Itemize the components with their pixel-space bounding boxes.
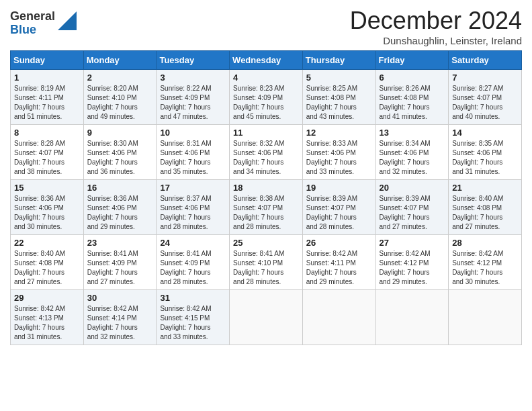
cell-info: Sunrise: 8:22 AM Sunset: 4:09 PM Dayligh… <box>160 84 226 122</box>
day-number: 2 <box>87 73 153 83</box>
calendar-cell: 27Sunrise: 8:42 AM Sunset: 4:12 PM Dayli… <box>375 235 449 290</box>
week-row-2: 15Sunrise: 8:36 AM Sunset: 4:06 PM Dayli… <box>11 180 522 235</box>
day-number: 6 <box>380 73 445 83</box>
cell-info: Sunrise: 8:42 AM Sunset: 4:12 PM Dayligh… <box>452 249 518 287</box>
cell-info: Sunrise: 8:37 AM Sunset: 4:06 PM Dayligh… <box>160 194 226 232</box>
day-number: 22 <box>14 238 80 248</box>
cell-info: Sunrise: 8:40 AM Sunset: 4:08 PM Dayligh… <box>14 249 80 287</box>
calendar-cell: 1Sunrise: 8:19 AM Sunset: 4:11 PM Daylig… <box>11 70 84 125</box>
cell-info: Sunrise: 8:42 AM Sunset: 4:13 PM Dayligh… <box>14 304 80 342</box>
month-title: December 2024 <box>350 7 522 35</box>
calendar-cell: 30Sunrise: 8:42 AM Sunset: 4:14 PM Dayli… <box>83 290 157 345</box>
cell-info: Sunrise: 8:23 AM Sunset: 4:09 PM Dayligh… <box>233 84 299 122</box>
cell-info: Sunrise: 8:35 AM Sunset: 4:06 PM Dayligh… <box>452 139 518 177</box>
day-number: 4 <box>233 73 299 83</box>
day-number: 1 <box>14 73 80 83</box>
logo-general: General <box>10 10 55 24</box>
title-block: December 2024 Dunshaughlin, Leinster, Ir… <box>350 7 522 46</box>
calendar-cell: 25Sunrise: 8:41 AM Sunset: 4:10 PM Dayli… <box>230 235 303 290</box>
day-number: 7 <box>452 73 518 83</box>
day-number: 18 <box>233 183 299 193</box>
cell-info: Sunrise: 8:41 AM Sunset: 4:09 PM Dayligh… <box>160 249 226 287</box>
day-number: 10 <box>160 128 226 138</box>
week-row-4: 29Sunrise: 8:42 AM Sunset: 4:13 PM Dayli… <box>11 290 522 345</box>
calendar-header: SundayMondayTuesdayWednesdayThursdayFrid… <box>11 51 522 70</box>
page-header: General Blue December 2024 Dunshaughlin,… <box>10 7 522 46</box>
day-number: 19 <box>306 183 372 193</box>
logo-blue: Blue <box>10 24 55 37</box>
day-number: 11 <box>233 128 299 138</box>
cell-info: Sunrise: 8:42 AM Sunset: 4:15 PM Dayligh… <box>160 304 226 342</box>
day-number: 12 <box>306 128 372 138</box>
day-number: 31 <box>160 293 226 303</box>
cell-info: Sunrise: 8:42 AM Sunset: 4:14 PM Dayligh… <box>87 304 153 342</box>
day-number: 24 <box>160 238 226 248</box>
logo: General Blue <box>10 10 77 37</box>
calendar-cell: 6Sunrise: 8:26 AM Sunset: 4:08 PM Daylig… <box>375 70 449 125</box>
calendar-cell: 7Sunrise: 8:27 AM Sunset: 4:07 PM Daylig… <box>449 70 522 125</box>
calendar-cell: 29Sunrise: 8:42 AM Sunset: 4:13 PM Dayli… <box>11 290 84 345</box>
calendar-cell: 15Sunrise: 8:36 AM Sunset: 4:06 PM Dayli… <box>11 180 84 235</box>
calendar-cell: 18Sunrise: 8:38 AM Sunset: 4:07 PM Dayli… <box>230 180 303 235</box>
cell-info: Sunrise: 8:31 AM Sunset: 4:06 PM Dayligh… <box>160 139 226 177</box>
cell-info: Sunrise: 8:40 AM Sunset: 4:08 PM Dayligh… <box>452 194 518 232</box>
calendar-cell: 21Sunrise: 8:40 AM Sunset: 4:08 PM Dayli… <box>449 180 522 235</box>
day-number: 17 <box>160 183 226 193</box>
cell-info: Sunrise: 8:41 AM Sunset: 4:09 PM Dayligh… <box>87 249 153 287</box>
calendar-cell <box>449 290 522 345</box>
day-number: 30 <box>87 293 153 303</box>
calendar-cell: 2Sunrise: 8:20 AM Sunset: 4:10 PM Daylig… <box>83 70 157 125</box>
calendar-cell: 4Sunrise: 8:23 AM Sunset: 4:09 PM Daylig… <box>230 70 303 125</box>
week-row-1: 8Sunrise: 8:28 AM Sunset: 4:07 PM Daylig… <box>11 125 522 180</box>
cell-info: Sunrise: 8:42 AM Sunset: 4:12 PM Dayligh… <box>380 249 445 287</box>
calendar-cell <box>302 290 375 345</box>
calendar-cell: 23Sunrise: 8:41 AM Sunset: 4:09 PM Dayli… <box>83 235 157 290</box>
header-monday: Monday <box>83 51 157 70</box>
svg-marker-0 <box>58 11 77 30</box>
day-number: 25 <box>233 238 299 248</box>
calendar-cell: 26Sunrise: 8:42 AM Sunset: 4:11 PM Dayli… <box>302 235 375 290</box>
cell-info: Sunrise: 8:28 AM Sunset: 4:07 PM Dayligh… <box>14 139 80 177</box>
logo-icon <box>58 11 77 30</box>
header-thursday: Thursday <box>302 51 375 70</box>
cell-info: Sunrise: 8:39 AM Sunset: 4:07 PM Dayligh… <box>380 194 445 232</box>
day-number: 20 <box>380 183 445 193</box>
day-number: 29 <box>14 293 80 303</box>
cell-info: Sunrise: 8:25 AM Sunset: 4:08 PM Dayligh… <box>306 84 372 122</box>
day-number: 8 <box>14 128 80 138</box>
cell-info: Sunrise: 8:27 AM Sunset: 4:07 PM Dayligh… <box>452 84 518 122</box>
header-saturday: Saturday <box>449 51 522 70</box>
day-number: 15 <box>14 183 80 193</box>
day-number: 13 <box>380 128 445 138</box>
cell-info: Sunrise: 8:36 AM Sunset: 4:06 PM Dayligh… <box>14 194 80 232</box>
calendar-cell: 5Sunrise: 8:25 AM Sunset: 4:08 PM Daylig… <box>302 70 375 125</box>
calendar-cell: 24Sunrise: 8:41 AM Sunset: 4:09 PM Dayli… <box>157 235 230 290</box>
calendar-body: 1Sunrise: 8:19 AM Sunset: 4:11 PM Daylig… <box>11 70 522 345</box>
calendar-cell: 31Sunrise: 8:42 AM Sunset: 4:15 PM Dayli… <box>157 290 230 345</box>
cell-info: Sunrise: 8:33 AM Sunset: 4:06 PM Dayligh… <box>306 139 372 177</box>
calendar-cell: 13Sunrise: 8:34 AM Sunset: 4:06 PM Dayli… <box>375 125 449 180</box>
header-tuesday: Tuesday <box>157 51 230 70</box>
logo-text: General Blue <box>10 10 55 37</box>
header-wednesday: Wednesday <box>230 51 303 70</box>
day-number: 27 <box>380 238 445 248</box>
calendar-cell: 11Sunrise: 8:32 AM Sunset: 4:06 PM Dayli… <box>230 125 303 180</box>
day-number: 14 <box>452 128 518 138</box>
calendar-cell <box>230 290 303 345</box>
cell-info: Sunrise: 8:42 AM Sunset: 4:11 PM Dayligh… <box>306 249 372 287</box>
cell-info: Sunrise: 8:26 AM Sunset: 4:08 PM Dayligh… <box>380 84 445 122</box>
header-row: SundayMondayTuesdayWednesdayThursdayFrid… <box>11 51 522 70</box>
day-number: 23 <box>87 238 153 248</box>
calendar-cell <box>375 290 449 345</box>
calendar-cell: 19Sunrise: 8:39 AM Sunset: 4:07 PM Dayli… <box>302 180 375 235</box>
header-friday: Friday <box>375 51 449 70</box>
calendar-cell: 3Sunrise: 8:22 AM Sunset: 4:09 PM Daylig… <box>157 70 230 125</box>
week-row-3: 22Sunrise: 8:40 AM Sunset: 4:08 PM Dayli… <box>11 235 522 290</box>
week-row-0: 1Sunrise: 8:19 AM Sunset: 4:11 PM Daylig… <box>11 70 522 125</box>
cell-info: Sunrise: 8:34 AM Sunset: 4:06 PM Dayligh… <box>380 139 445 177</box>
calendar-cell: 20Sunrise: 8:39 AM Sunset: 4:07 PM Dayli… <box>375 180 449 235</box>
calendar-cell: 10Sunrise: 8:31 AM Sunset: 4:06 PM Dayli… <box>157 125 230 180</box>
calendar-cell: 16Sunrise: 8:36 AM Sunset: 4:06 PM Dayli… <box>83 180 157 235</box>
calendar-cell: 9Sunrise: 8:30 AM Sunset: 4:06 PM Daylig… <box>83 125 157 180</box>
calendar-cell: 17Sunrise: 8:37 AM Sunset: 4:06 PM Dayli… <box>157 180 230 235</box>
